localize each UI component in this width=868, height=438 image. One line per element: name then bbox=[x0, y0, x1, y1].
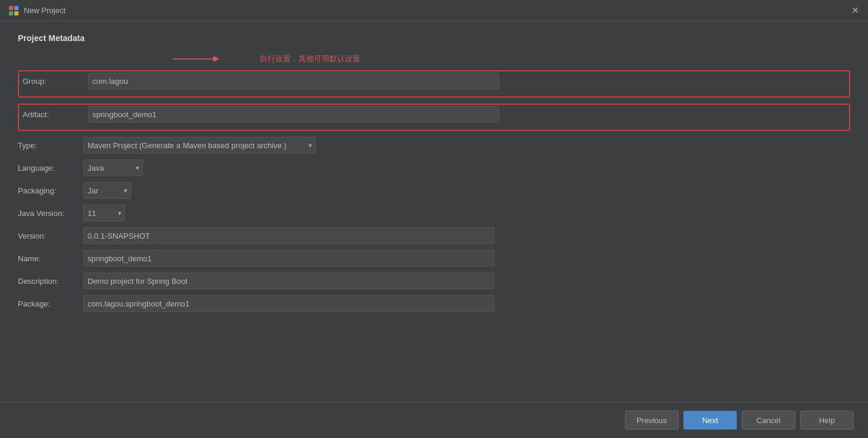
dialog-title: New Project bbox=[24, 6, 66, 15]
type-select[interactable]: Maven Project (Generate a Maven based pr… bbox=[83, 137, 316, 154]
language-row: Language: Java Kotlin Groovy bbox=[18, 159, 850, 176]
svg-rect-2 bbox=[9, 11, 13, 15]
new-project-dialog: New Project ✕ Project Metadata 自行设置，其他可用… bbox=[0, 0, 868, 438]
title-bar: New Project ✕ bbox=[0, 0, 868, 21]
version-row: Version: bbox=[18, 227, 850, 244]
svg-marker-5 bbox=[213, 56, 219, 62]
group-field-wrapper: Group: bbox=[18, 70, 850, 98]
artifact-row: Artifact: bbox=[23, 106, 845, 123]
package-label: Package: bbox=[18, 299, 83, 308]
java-version-row: Java Version: 11 8 17 bbox=[18, 205, 850, 221]
description-input[interactable] bbox=[83, 273, 494, 289]
previous-button[interactable]: Previous bbox=[625, 411, 679, 430]
type-row: Type: Maven Project (Generate a Maven ba… bbox=[18, 137, 850, 154]
svg-rect-3 bbox=[14, 11, 18, 15]
annotation-text: 自行设置，其他可用默认设置 bbox=[260, 54, 360, 64]
dialog-footer: Previous Next Cancel Help bbox=[0, 402, 868, 438]
group-row: Group: bbox=[23, 73, 845, 89]
packaging-select[interactable]: Jar War bbox=[83, 182, 131, 199]
app-icon bbox=[8, 5, 19, 16]
java-version-select[interactable]: 11 8 17 bbox=[83, 205, 125, 221]
description-label: Description: bbox=[18, 277, 83, 286]
svg-rect-1 bbox=[14, 6, 18, 10]
section-title: Project Metadata bbox=[18, 33, 850, 43]
package-row: Package: bbox=[18, 295, 850, 312]
language-select-wrapper: Java Kotlin Groovy bbox=[83, 159, 143, 176]
java-version-label: Java Version: bbox=[18, 209, 83, 218]
help-button[interactable]: Help bbox=[800, 411, 854, 430]
dialog-content: Project Metadata 自行设置，其他可用默认设置 Group: Ar… bbox=[0, 21, 868, 402]
name-label: Name: bbox=[18, 254, 83, 263]
artifact-input[interactable] bbox=[88, 106, 499, 123]
artifact-label: Artifact: bbox=[23, 110, 88, 119]
cancel-button[interactable]: Cancel bbox=[742, 411, 795, 430]
close-button[interactable]: ✕ bbox=[850, 6, 860, 15]
annotation-area: 自行设置，其他可用默认设置 bbox=[173, 52, 850, 65]
java-version-select-wrapper: 11 8 17 bbox=[83, 205, 125, 221]
name-row: Name: bbox=[18, 250, 850, 267]
annotation-arrow-icon bbox=[173, 52, 220, 65]
language-select[interactable]: Java Kotlin Groovy bbox=[83, 159, 143, 176]
language-label: Language: bbox=[18, 164, 83, 173]
packaging-select-wrapper: Jar War bbox=[83, 182, 131, 199]
type-select-wrapper: Maven Project (Generate a Maven based pr… bbox=[83, 137, 316, 154]
package-input[interactable] bbox=[83, 295, 494, 312]
description-row: Description: bbox=[18, 273, 850, 289]
version-input[interactable] bbox=[83, 227, 494, 244]
title-bar-left: New Project bbox=[8, 5, 66, 16]
version-label: Version: bbox=[18, 231, 83, 240]
packaging-label: Packaging: bbox=[18, 186, 83, 195]
artifact-field-wrapper: Artifact: bbox=[18, 104, 850, 131]
type-label: Type: bbox=[18, 141, 83, 150]
group-input[interactable] bbox=[88, 73, 499, 89]
name-input[interactable] bbox=[83, 250, 494, 267]
group-label: Group: bbox=[23, 77, 88, 86]
next-button[interactable]: Next bbox=[683, 411, 737, 430]
svg-rect-0 bbox=[9, 6, 13, 10]
packaging-row: Packaging: Jar War bbox=[18, 182, 850, 199]
